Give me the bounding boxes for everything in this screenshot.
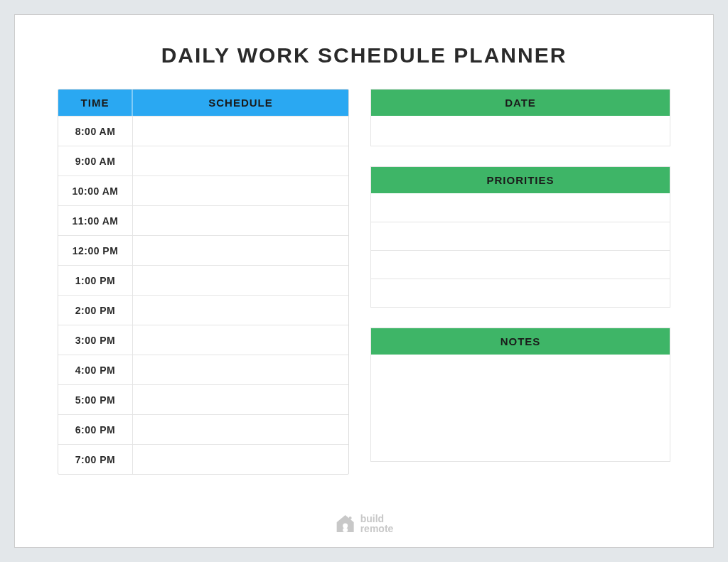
schedule-row: 5:00 PM <box>58 384 348 414</box>
date-section: DATE <box>370 89 670 146</box>
page-title: DAILY WORK SCHEDULE PLANNER <box>58 43 670 67</box>
time-cell: 11:00 AM <box>58 206 133 235</box>
schedule-body: 8:00 AM9:00 AM10:00 AM11:00 AM12:00 PM1:… <box>58 116 348 474</box>
svg-rect-1 <box>343 528 348 532</box>
time-cell: 6:00 PM <box>58 415 133 444</box>
notes-section: NOTES <box>370 328 670 462</box>
priority-row[interactable] <box>371 193 670 222</box>
schedule-header: SCHEDULE <box>133 90 348 116</box>
time-cell: 1:00 PM <box>58 266 133 295</box>
schedule-cell[interactable] <box>133 236 348 265</box>
schedule-cell[interactable] <box>133 266 348 295</box>
schedule-column: TIME SCHEDULE 8:00 AM9:00 AM10:00 AM11:0… <box>58 89 349 475</box>
schedule-header-row: TIME SCHEDULE <box>58 90 348 116</box>
logo-line1: build <box>360 514 394 524</box>
time-cell: 3:00 PM <box>58 325 133 355</box>
schedule-cell[interactable] <box>133 415 348 444</box>
time-cell: 10:00 AM <box>58 176 133 205</box>
content-area: TIME SCHEDULE 8:00 AM9:00 AM10:00 AM11:0… <box>58 89 670 475</box>
notes-field[interactable] <box>371 355 670 461</box>
schedule-row: 11:00 AM <box>58 205 348 235</box>
logo-line2: remote <box>360 524 394 534</box>
logo-text: build remote <box>360 514 394 534</box>
date-header: DATE <box>371 90 670 116</box>
schedule-row: 4:00 PM <box>58 355 348 384</box>
brand-logo: build remote <box>335 513 394 534</box>
schedule-row: 12:00 PM <box>58 235 348 265</box>
schedule-row: 10:00 AM <box>58 175 348 205</box>
time-cell: 9:00 AM <box>58 146 133 175</box>
schedule-row: 8:00 AM <box>58 116 348 146</box>
schedule-row: 1:00 PM <box>58 265 348 295</box>
priority-row[interactable] <box>371 250 670 279</box>
date-field[interactable] <box>371 116 670 146</box>
house-icon <box>335 513 356 534</box>
schedule-row: 6:00 PM <box>58 414 348 444</box>
time-cell: 7:00 PM <box>58 445 133 474</box>
time-cell: 8:00 AM <box>58 117 133 146</box>
priorities-section: PRIORITIES <box>370 166 670 308</box>
priorities-body <box>371 193 670 307</box>
priority-row[interactable] <box>371 222 670 250</box>
time-header: TIME <box>58 90 133 116</box>
schedule-cell[interactable] <box>133 176 348 205</box>
priorities-header: PRIORITIES <box>371 167 670 193</box>
schedule-cell[interactable] <box>133 355 348 384</box>
priority-row[interactable] <box>371 279 670 307</box>
schedule-row: 9:00 AM <box>58 146 348 175</box>
schedule-cell[interactable] <box>133 117 348 146</box>
schedule-cell[interactable] <box>133 206 348 235</box>
notes-header: NOTES <box>371 328 670 355</box>
svg-point-0 <box>343 524 348 529</box>
svg-point-2 <box>349 517 352 519</box>
right-column: DATE PRIORITIES NOTES <box>370 89 670 475</box>
schedule-row: 3:00 PM <box>58 325 348 355</box>
time-cell: 2:00 PM <box>58 296 133 325</box>
schedule-cell[interactable] <box>133 325 348 355</box>
planner-page: DAILY WORK SCHEDULE PLANNER TIME SCHEDUL… <box>14 14 714 548</box>
schedule-cell[interactable] <box>133 296 348 325</box>
time-cell: 4:00 PM <box>58 355 133 384</box>
schedule-cell[interactable] <box>133 445 348 474</box>
schedule-cell[interactable] <box>133 146 348 175</box>
schedule-table: TIME SCHEDULE 8:00 AM9:00 AM10:00 AM11:0… <box>58 89 349 475</box>
time-cell: 12:00 PM <box>58 236 133 265</box>
schedule-row: 2:00 PM <box>58 295 348 325</box>
schedule-cell[interactable] <box>133 385 348 414</box>
schedule-row: 7:00 PM <box>58 444 348 474</box>
time-cell: 5:00 PM <box>58 385 133 414</box>
